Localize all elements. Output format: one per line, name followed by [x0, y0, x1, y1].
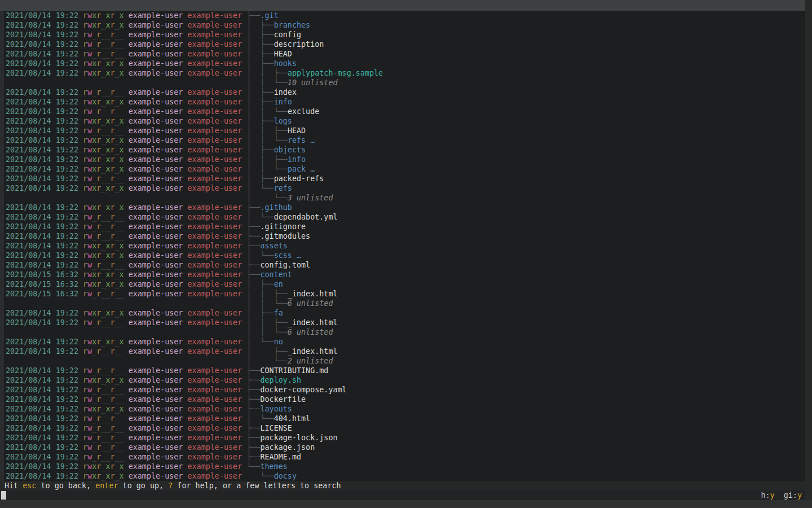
tree-row[interactable]: 2021/08/14 19:22 rwxr_xr_x example-user … — [0, 183, 805, 193]
entry-name[interactable]: description — [274, 40, 324, 49]
entry-name[interactable]: HEAD — [274, 50, 292, 58]
entry-owner: example-user — [129, 155, 183, 164]
entry-name[interactable]: _index.html — [288, 347, 338, 356]
entry-name[interactable]: config — [274, 30, 301, 39]
entry-name[interactable]: _index.html — [288, 318, 338, 327]
tree-row[interactable]: 2021/08/15 16:32 rwxr_xr_x example-user … — [0, 279, 805, 289]
entry-name[interactable]: refs — [288, 136, 306, 144]
entry-name[interactable]: package-lock.json — [261, 433, 338, 442]
entry-name[interactable]: 6 unlisted — [288, 328, 333, 336]
entry-name[interactable]: packed-refs — [274, 174, 324, 183]
entry-name[interactable]: 10 unlisted — [288, 78, 338, 87]
entry-name[interactable]: 6 unlisted — [288, 299, 333, 308]
tree-row[interactable]: 2021/08/14 19:22 rw_r__r__ example-user … — [0, 87, 805, 97]
tree-row[interactable]: 2021/08/14 19:22 rw_r__r__ example-user … — [0, 260, 805, 270]
entry-name[interactable]: index — [274, 88, 297, 97]
entry-name[interactable]: branches — [274, 21, 311, 29]
tree-row[interactable]: 2021/08/14 19:22 rw_r__r__ example-user … — [0, 385, 805, 395]
entry-name[interactable]: dependabot.yml — [274, 213, 338, 221]
tree-row[interactable]: 2021/08/14 19:22 rwxr_xr_x example-user … — [0, 203, 805, 212]
entry-name[interactable]: README.md — [261, 453, 302, 461]
tree-row[interactable]: 2021/08/14 19:22 rwxr_xr_x example-user … — [0, 59, 805, 68]
entry-name[interactable]: refs — [274, 184, 292, 192]
tree-row[interactable]: 2021/08/14 19:22 rwxr_xr_x example-user … — [0, 251, 805, 260]
tree-row[interactable]: 2021/08/14 19:22 rwxr_xr_x example-user … — [0, 97, 805, 107]
search-input[interactable] — [7, 491, 754, 500]
tree-row[interactable]: 2021/08/14 19:22 rw_r__r__ example-user … — [0, 433, 805, 443]
entry-name[interactable]: objects — [274, 146, 306, 154]
tree-row[interactable]: 2021/08/14 19:22 rw_r__r__ example-user … — [0, 414, 805, 423]
tree-row[interactable]: 2021/08/14 19:22 rwxr_xr_x example-user … — [0, 308, 805, 318]
entry-name[interactable]: config.toml — [261, 261, 311, 269]
entry-name[interactable]: content — [261, 270, 292, 279]
tree-row[interactable]: 2021/08/14 19:22 rwxr_xr_x example-user … — [0, 241, 805, 251]
entry-name[interactable]: layouts — [261, 405, 292, 413]
tree-row[interactable]: 2021/08/14 19:22 rw_r__r__ example-user … — [0, 174, 805, 183]
tree-row[interactable]: 2021/08/14 19:22 rwxr_xr_x example-user … — [0, 375, 805, 385]
tree-row[interactable]: 2021/08/14 19:22 rwxr_xr_x example-user … — [0, 116, 805, 126]
tree-row[interactable]: │ │ └──6 unlisted — [0, 299, 805, 308]
tree-row[interactable]: 2021/08/14 19:22 rwxr_xr_x example-user … — [0, 404, 805, 414]
entry-name[interactable]: info — [274, 98, 292, 106]
tree-row[interactable]: 2021/08/15 16:32 rw_r__r__ example-user … — [0, 289, 805, 299]
entry-name[interactable]: exclude — [288, 107, 319, 116]
tree-row[interactable]: 2021/08/14 19:22 rwxr_xr_x example-user … — [0, 337, 805, 347]
tree-row[interactable]: 2021/08/14 19:22 rw_r__r__ example-user … — [0, 231, 805, 241]
entry-name[interactable]: 404.html — [274, 414, 311, 423]
tree-row[interactable]: 2021/08/14 19:22 rw_r__r__ example-user … — [0, 40, 805, 49]
entry-name[interactable]: 3 unlisted — [288, 194, 333, 202]
tree-row[interactable]: │ └──2 unlisted — [0, 356, 805, 366]
entry-name[interactable]: .github — [261, 203, 292, 212]
entry-name[interactable]: en — [274, 280, 283, 288]
entry-name[interactable]: HEAD — [288, 126, 306, 135]
tree-row[interactable]: 2021/08/14 19:22 rw_r__r__ example-user … — [0, 126, 805, 135]
tree-row[interactable]: 2021/08/14 19:22 rw_r__r__ example-user … — [0, 30, 805, 40]
entry-name[interactable]: docker-compose.yaml — [261, 386, 347, 394]
entry-name[interactable]: deploy.sh — [261, 376, 302, 384]
entry-name[interactable]: scss — [274, 251, 292, 260]
entry-name[interactable]: logs — [274, 117, 292, 125]
tree-row[interactable]: 2021/08/14 19:22 rw_r__r__ example-user … — [0, 423, 805, 433]
entry-name[interactable]: 2 unlisted — [288, 357, 333, 365]
tree-row[interactable]: 2021/08/14 19:22 rwxr_xr_x example-user … — [0, 471, 805, 481]
tree-row[interactable]: 2021/08/14 19:22 rwxr_xr_x example-user … — [0, 135, 805, 145]
entry-name[interactable]: .git — [261, 11, 279, 20]
entry-name[interactable]: applypatch-msg.sample — [288, 69, 383, 77]
entry-name[interactable]: fa — [274, 309, 283, 317]
tree-row[interactable]: 2021/08/14 19:22 rwxr_xr_x example-user … — [0, 145, 805, 155]
tree-row[interactable]: 2021/08/14 19:22 rw_r__r__ example-user … — [0, 443, 805, 452]
entry-name[interactable]: info — [288, 155, 306, 164]
entry-name[interactable]: pack — [288, 165, 306, 173]
entry-name[interactable]: LICENSE — [261, 424, 292, 432]
entry-name[interactable]: no — [274, 338, 283, 346]
tree-row[interactable]: 2021/08/14 19:22 rw_r__r__ example-user … — [0, 318, 805, 327]
tree-row[interactable]: 2021/08/14 19:22 rw_r__r__ example-user … — [0, 107, 805, 116]
entry-name[interactable]: hooks — [274, 59, 297, 68]
tree-row[interactable]: 2021/08/14 19:22 rw_r__r__ example-user … — [0, 452, 805, 462]
tree-row[interactable]: 2021/08/14 19:22 rwxr_xr_x example-user … — [0, 68, 805, 78]
entry-name[interactable]: themes — [261, 462, 288, 471]
tree-row[interactable]: 2021/08/14 19:22 rw_r__r__ example-user … — [0, 49, 805, 59]
tree-row[interactable]: 2021/08/14 19:22 rw_r__r__ example-user … — [0, 212, 805, 222]
entry-name[interactable]: Dockerfile — [261, 395, 306, 404]
entry-name[interactable]: CONTRIBUTING.md — [261, 366, 329, 375]
entry-name[interactable]: package.json — [261, 443, 315, 452]
tree-row[interactable]: 2021/08/14 19:22 rwxr_xr_x example-user … — [0, 462, 805, 471]
tree-row[interactable]: 2021/08/14 19:22 rw_r__r__ example-user … — [0, 222, 805, 231]
entry-name[interactable]: .gitignore — [261, 222, 306, 231]
entry-name[interactable]: docsy — [274, 472, 297, 480]
tree-row[interactable]: 2021/08/14 19:22 rw_r__r__ example-user … — [0, 366, 805, 375]
entry-name[interactable]: assets — [261, 242, 288, 250]
tree-row[interactable]: │ │ └──6 unlisted — [0, 327, 805, 337]
tree-row[interactable]: 2021/08/14 19:22 rwxr_xr_x example-user … — [0, 20, 805, 30]
tree-row[interactable]: 2021/08/14 19:22 rwxr_xr_x example-user … — [0, 11, 805, 20]
entry-name[interactable]: .gitmodules — [261, 232, 311, 240]
tree-row[interactable]: 2021/08/14 19:22 rw_r__r__ example-user … — [0, 395, 805, 404]
tree-row[interactable]: │ └──3 unlisted — [0, 193, 805, 203]
tree-row[interactable]: 2021/08/14 19:22 rwxr_xr_x example-user … — [0, 164, 805, 174]
tree-row[interactable]: 2021/08/14 19:22 rwxr_xr_x example-user … — [0, 155, 805, 164]
tree-row[interactable]: 2021/08/15 16:32 rwxr_xr_x example-user … — [0, 270, 805, 279]
tree-row[interactable]: │ │ └──10 unlisted — [0, 78, 805, 87]
entry-name[interactable]: _index.html — [288, 290, 338, 298]
tree-row[interactable]: 2021/08/14 19:22 rw_r__r__ example-user … — [0, 347, 805, 356]
